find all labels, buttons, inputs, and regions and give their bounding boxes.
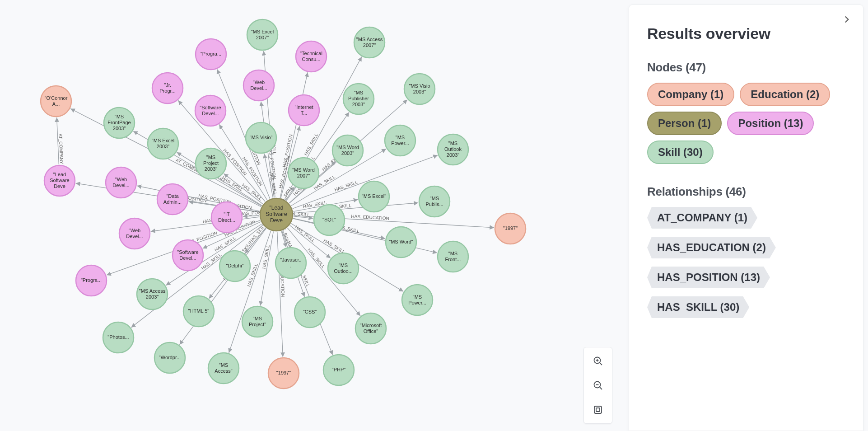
graph-node[interactable]: "ITDirect... bbox=[211, 202, 242, 233]
svg-text:"1997": "1997" bbox=[503, 225, 518, 231]
graph-node[interactable]: "MSPower... bbox=[385, 125, 415, 156]
graph-node[interactable]: "CSS" bbox=[294, 297, 325, 328]
graph-node[interactable]: "MSOutlook2003" bbox=[438, 134, 468, 165]
results-overview-panel: Results overview Nodes (47) Company (1)E… bbox=[629, 5, 863, 431]
graph-node[interactable]: "MS Word" bbox=[386, 227, 416, 258]
relationship-type-chips: AT_COMPANY (1)HAS_EDUCATION (2)HAS_POSIT… bbox=[647, 207, 851, 318]
svg-text:"WebDevel...: "WebDevel... bbox=[112, 176, 129, 187]
graph-node[interactable]: "Delphi" bbox=[219, 251, 250, 281]
graph-edge-label: HAS_SKILL bbox=[307, 248, 326, 269]
node-type-chip[interactable]: Education (2) bbox=[740, 83, 830, 106]
panel-title: Results overview bbox=[647, 25, 851, 42]
graph-node[interactable]: "MS Word2003" bbox=[332, 135, 363, 166]
svg-text:"Wordpr...: "Wordpr... bbox=[159, 355, 181, 360]
graph-node[interactable]: "LeadSoftwareDeve bbox=[260, 198, 293, 231]
graph-node[interactable]: "MSFront... bbox=[438, 241, 468, 272]
relationship-type-chip[interactable]: HAS_POSITION (13) bbox=[647, 267, 770, 288]
graph-node[interactable]: "MS Excel2007" bbox=[247, 19, 278, 50]
node-type-chip[interactable]: Skill (30) bbox=[647, 141, 714, 164]
svg-text:"TechnicalConsu...: "TechnicalConsu... bbox=[300, 50, 322, 61]
graph-node[interactable]: "SoftwareDevel... bbox=[173, 240, 203, 271]
graph-edge-label: HAS_SKILL bbox=[221, 175, 244, 192]
node-type-chip[interactable]: Company (1) bbox=[647, 83, 734, 106]
graph-canvas[interactable]: AT_COMPANYHAS_EDUCATIONHAS_EDUCATIONHAS_… bbox=[0, 0, 620, 431]
graph-node[interactable]: "Wordpr... bbox=[154, 342, 185, 373]
graph-edge-label: HAS_SKILL bbox=[294, 225, 316, 244]
svg-text:"Progra...: "Progra... bbox=[201, 51, 221, 56]
graph-node[interactable]: "MSAccess" bbox=[208, 353, 239, 384]
graph-node[interactable]: "WebDevel... bbox=[119, 218, 150, 249]
graph-node[interactable]: "Progra... bbox=[196, 39, 226, 70]
graph-node[interactable]: "WebDevel... bbox=[106, 167, 136, 198]
graph-edge-label: HAS_SKILL bbox=[322, 238, 346, 255]
svg-line-95 bbox=[600, 363, 602, 365]
graph-node[interactable]: "MS Visio2003" bbox=[404, 74, 435, 104]
svg-text:"Progra...: "Progra... bbox=[81, 277, 102, 283]
svg-text:"HTML 5": "HTML 5" bbox=[188, 308, 210, 314]
svg-text:"WebDevel...: "WebDevel... bbox=[126, 227, 143, 239]
svg-text:"CSS": "CSS" bbox=[303, 309, 317, 314]
zoom-out-button[interactable] bbox=[587, 375, 609, 396]
graph-node[interactable]: "MS Access2003" bbox=[137, 279, 168, 309]
svg-text:"MS Word": "MS Word" bbox=[389, 239, 413, 244]
graph-node[interactable]: "InternetT... bbox=[289, 95, 319, 126]
graph-node[interactable]: "LeadSoftwareDeve bbox=[44, 165, 75, 196]
graph-node[interactable]: "Javascr... bbox=[275, 248, 306, 278]
graph-node[interactable]: "MSPower... bbox=[402, 285, 433, 315]
node-type-chip[interactable]: Position (13) bbox=[727, 112, 814, 135]
graph-node[interactable]: "HTML 5" bbox=[183, 296, 214, 327]
svg-text:"SoftwareDevel...: "SoftwareDevel... bbox=[177, 249, 198, 260]
graph-node[interactable]: "DataAdmin... bbox=[157, 184, 188, 215]
graph-node[interactable]: "MS Access2007" bbox=[354, 27, 385, 58]
zoom-in-button[interactable] bbox=[587, 350, 609, 372]
svg-rect-101 bbox=[594, 406, 602, 413]
svg-line-99 bbox=[600, 387, 602, 389]
graph-node[interactable]: "Jr.Progr... bbox=[152, 73, 183, 103]
graph-node[interactable]: "MSFrontPage2003" bbox=[104, 108, 135, 138]
graph-edge-label: HAS_SKILL bbox=[303, 132, 319, 156]
node-type-chips: Company (1)Education (2)Person (1)Positi… bbox=[647, 83, 851, 164]
svg-text:"MS Excel": "MS Excel" bbox=[362, 193, 386, 199]
relationship-type-chip[interactable]: HAS_SKILL (30) bbox=[647, 296, 749, 318]
svg-text:"Delphi": "Delphi" bbox=[226, 263, 244, 268]
svg-text:"1997": "1997" bbox=[276, 370, 291, 375]
graph-node[interactable]: "Photos... bbox=[103, 322, 134, 353]
collapse-panel-button[interactable] bbox=[838, 10, 856, 28]
svg-text:"SQL": "SQL" bbox=[322, 217, 336, 222]
node-type-chip[interactable]: Person (1) bbox=[647, 112, 722, 135]
graph-node[interactable]: "MSOutloo... bbox=[328, 253, 359, 284]
fit-view-button[interactable] bbox=[587, 399, 609, 421]
graph-node[interactable]: "MS Excel2003" bbox=[148, 128, 178, 159]
graph-node[interactable]: "O'ConnorA... bbox=[41, 86, 71, 117]
zoom-panel bbox=[583, 347, 612, 424]
graph-node[interactable]: "Progra... bbox=[76, 265, 107, 296]
svg-text:"Photos...: "Photos... bbox=[107, 334, 129, 340]
svg-rect-102 bbox=[596, 408, 600, 412]
graph-node[interactable]: "SoftwareDevel... bbox=[195, 95, 226, 126]
graph-node[interactable]: "TechnicalConsu... bbox=[296, 41, 327, 72]
graph-node[interactable]: "MSProject" bbox=[242, 306, 273, 337]
graph-edge-label: HAS_EDUCATION bbox=[351, 214, 389, 221]
graph-node[interactable]: "MS Word2007" bbox=[288, 158, 319, 188]
relationship-type-chip[interactable]: HAS_EDUCATION (2) bbox=[647, 237, 776, 258]
graph-node[interactable]: "PHP" bbox=[323, 355, 354, 385]
svg-text:"MS Visio": "MS Visio" bbox=[249, 135, 272, 140]
graph-node[interactable]: "1997" bbox=[268, 358, 299, 389]
graph-node[interactable]: "MS Excel" bbox=[359, 181, 389, 212]
svg-text:"PHP": "PHP" bbox=[332, 367, 346, 372]
graph-node[interactable]: "WebDevel... bbox=[243, 70, 274, 101]
relationships-section-header: Relationships (46) bbox=[647, 185, 851, 199]
graph-node[interactable]: "MSPublis... bbox=[419, 186, 450, 217]
nodes-section-header: Nodes (47) bbox=[647, 61, 851, 75]
svg-text:"SoftwareDevel...: "SoftwareDevel... bbox=[200, 104, 221, 116]
graph-node[interactable]: "1997" bbox=[495, 213, 526, 244]
graph-node[interactable]: "MSPublisher2003" bbox=[343, 84, 374, 114]
graph-node[interactable]: "MicrosoftOffice" bbox=[355, 313, 386, 344]
relationship-type-chip[interactable]: AT_COMPANY (1) bbox=[647, 207, 757, 229]
graph-node[interactable]: "MSProject2003" bbox=[196, 148, 226, 179]
graph-node[interactable]: "SQL" bbox=[314, 205, 345, 235]
svg-text:"WebDevel...: "WebDevel... bbox=[250, 79, 267, 90]
graph-node[interactable]: "MS Visio" bbox=[246, 122, 276, 153]
